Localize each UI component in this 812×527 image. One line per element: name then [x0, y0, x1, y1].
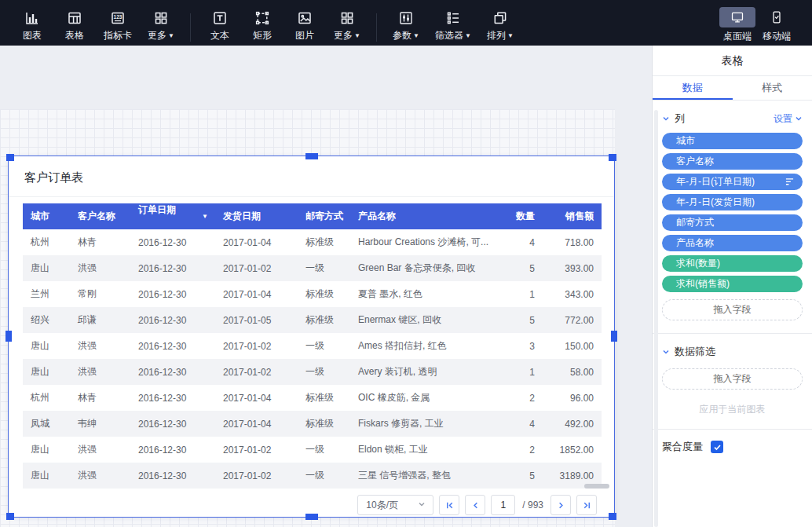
field-pill[interactable]: 城市 [662, 133, 803, 149]
column-header-city[interactable]: 城市 [23, 203, 70, 229]
field-pill[interactable]: 客户名称 [662, 153, 803, 170]
filter-section-header: 数据筛选 [662, 345, 803, 359]
toolbar-item-label: 文本 [210, 29, 229, 42]
resize-handle-top-left[interactable] [6, 154, 14, 161]
field-pill[interactable]: 年-月-日(订单日期) [662, 174, 803, 190]
previous-page-button[interactable] [465, 495, 485, 515]
column-header-order-date[interactable]: ▼订单日期 [130, 203, 215, 229]
table-cell: 2016-12-30 [130, 359, 215, 385]
table-cell: 韦绅 [70, 411, 130, 437]
column-header-ship-mode[interactable]: 邮寄方式 [298, 203, 350, 229]
toolbar-item-label: 筛选器 [435, 29, 463, 42]
columns-section-label: 列 [675, 112, 685, 126]
mobile-mode-button[interactable]: 移动端 [759, 3, 795, 43]
field-pill-label: 求和(数量) [676, 257, 720, 270]
page-size-select[interactable]: 10条/页 [357, 495, 433, 515]
table-cell: 4 [510, 411, 543, 437]
table-row: 唐山洪强2016-12-302017-01-02一级Avery 装订机, 透明1… [23, 359, 602, 385]
toolbar-item-image[interactable]: 图片 [291, 4, 318, 42]
resize-handle-bottom-center[interactable] [305, 514, 318, 520]
table-cell: 标准级 [298, 307, 350, 333]
columns-settings-button[interactable]: 设置 [774, 112, 803, 126]
field-pill-label: 求和(销售额) [676, 277, 730, 291]
panel-title: 表格 [653, 46, 812, 76]
chevron-down-icon[interactable] [662, 348, 670, 356]
resize-handle-top-right[interactable] [609, 154, 616, 161]
first-page-button[interactable] [439, 495, 459, 515]
table-cell: Enermax 键区, 回收 [350, 307, 510, 333]
chevron-down-icon[interactable] [662, 115, 670, 123]
table-cell: 标准级 [298, 411, 350, 437]
toolbar-item-chart[interactable]: 图表 [19, 4, 46, 42]
table-cell: 2017-01-02 [215, 359, 298, 385]
table-cell: 1 [510, 281, 543, 307]
horizontal-scrollbar-thumb[interactable] [584, 484, 609, 489]
table-row: 唐山洪强2016-12-302017-01-02一级Green Bar 备忘录便… [23, 255, 602, 281]
column-header-quantity[interactable]: 数量 [510, 203, 543, 229]
toolbar-item-kpi-card[interactable]: 123 指标卡 [104, 4, 132, 42]
field-pill[interactable]: 求和(销售额) [662, 276, 803, 292]
toolbar-item-parameters[interactable]: 参数▼ [393, 4, 419, 42]
tab-style[interactable]: 样式 [733, 76, 812, 100]
panel-tabs: 数据 样式 [653, 76, 812, 101]
toolbar-item-filters[interactable]: 筛选器▼ [435, 4, 471, 42]
aggregate-measure-row: 聚合度量 [662, 440, 803, 454]
toolbar-item-label: 参数 [393, 29, 411, 42]
aggregate-measure-checkbox[interactable] [711, 441, 723, 453]
desktop-icon [719, 7, 755, 27]
table-row: 杭州林青2016-12-302017-01-04标准级OIC 橡皮筋, 金属29… [23, 385, 602, 411]
table-cell: 三星 信号增强器, 整包 [350, 463, 510, 489]
mobile-icon [759, 7, 795, 27]
table-cell: 1852.00 [543, 437, 602, 463]
dashboard-canvas[interactable]: 客户订单表 城市 客户名称 ▼订单日期 发货日期 邮寄方式 [0, 46, 652, 527]
column-header-customer[interactable]: 客户名称 [70, 203, 130, 229]
table-cell: 96.00 [543, 385, 602, 411]
tab-data[interactable]: 数据 [653, 76, 733, 100]
table-cell: 3 [510, 333, 543, 359]
field-pill[interactable]: 求和(数量) [662, 255, 803, 272]
field-pill[interactable]: 邮寄方式 [662, 214, 803, 231]
table-cell: 唐山 [23, 437, 70, 463]
table-cell: OIC 橡皮筋, 金属 [350, 385, 510, 411]
table-cell: Harbour Creations 沙滩椅, 可... [350, 229, 510, 255]
section-divider [653, 429, 812, 430]
table-cell: Green Bar 备忘录便条, 回收 [350, 255, 510, 281]
toolbar-item-rectangle[interactable]: 矩形 [249, 4, 276, 42]
toolbar-item-more-elements[interactable]: 更多▼ [334, 4, 360, 42]
sort-desc-icon[interactable]: ▼ [202, 203, 208, 229]
caret-down-icon: ▼ [507, 32, 514, 39]
table-widget[interactable]: 客户订单表 城市 客户名称 ▼订单日期 发货日期 邮寄方式 [8, 156, 615, 518]
toolbar-item-more-components[interactable]: 更多▼ [148, 4, 174, 42]
resize-handle-bottom-right[interactable] [609, 513, 616, 520]
toolbar-item-text[interactable]: 文本 [207, 4, 233, 42]
resize-handle-middle-right[interactable] [611, 331, 617, 342]
last-page-button[interactable] [576, 495, 597, 515]
page-number-input[interactable] [491, 495, 515, 515]
table-cell: 58.00 [543, 359, 602, 385]
toolbar-item-arrange[interactable]: 排列▼ [487, 4, 514, 42]
table-header-row: 城市 客户名称 ▼订单日期 发货日期 邮寄方式 产品名称 数量 销售额 [23, 203, 602, 229]
table-cell: 2016-12-30 [130, 411, 215, 437]
table-row: 杭州林青2016-12-302017-01-04标准级Harbour Creat… [23, 229, 602, 255]
column-header-sales[interactable]: 销售额 [543, 203, 602, 229]
panel-scrollbar[interactable] [654, 110, 658, 527]
field-pill[interactable]: 年-月-日(发货日期) [662, 194, 803, 210]
sort-icon[interactable] [785, 177, 795, 186]
field-pill-label: 城市 [676, 134, 695, 148]
column-header-ship-date[interactable]: 发货日期 [215, 203, 298, 229]
toolbar-item-table[interactable]: 表格 [61, 4, 88, 42]
resize-handle-bottom-left[interactable] [6, 513, 14, 520]
table-cell: 一级 [298, 463, 350, 489]
apply-to-chart-button[interactable]: 应用于当前图表 [653, 403, 812, 416]
table-cell: 洪强 [70, 463, 130, 489]
resize-handle-middle-left[interactable] [5, 331, 12, 342]
column-header-product[interactable]: 产品名称 [350, 203, 510, 229]
table-cell: Ames 搭扣信封, 红色 [350, 333, 510, 359]
field-pill[interactable]: 产品名称 [662, 235, 803, 251]
filter-drop-zone[interactable]: 拖入字段 [662, 368, 803, 390]
columns-drop-zone[interactable]: 拖入字段 [662, 299, 803, 320]
next-page-button[interactable] [550, 495, 571, 515]
resize-handle-top-center[interactable] [305, 153, 318, 159]
desktop-mode-button[interactable]: 桌面端 [719, 3, 755, 43]
table-row: 唐山洪强2016-12-302017-01-02一级三星 信号增强器, 整包53… [23, 463, 602, 489]
